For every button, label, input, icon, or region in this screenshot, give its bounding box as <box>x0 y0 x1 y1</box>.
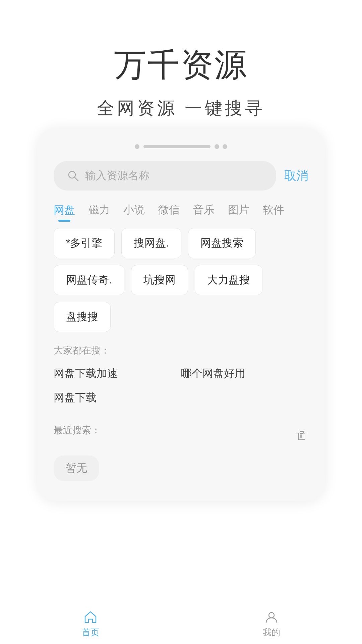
nav-profile[interactable]: 我的 <box>181 610 362 638</box>
engine-multi[interactable]: *多引擎 <box>54 228 115 258</box>
trending-label: 大家都在搜： <box>54 344 308 357</box>
home-icon <box>83 610 98 625</box>
tab-yinyue[interactable]: 音乐 <box>193 203 215 225</box>
status-dot-right <box>223 144 227 149</box>
status-dots-right <box>215 144 227 149</box>
bottom-nav: 首页 我的 <box>0 604 362 644</box>
tab-weixin[interactable]: 微信 <box>158 203 180 225</box>
status-dot-left <box>135 144 139 149</box>
tab-cili[interactable]: 磁力 <box>88 203 110 225</box>
nav-home[interactable]: 首页 <box>0 610 181 638</box>
trending-item-2[interactable]: 网盘下载 <box>54 390 181 405</box>
recent-empty-tag: 暂无 <box>54 455 99 481</box>
engine-wangpansousuo[interactable]: 网盘搜索 <box>188 228 256 258</box>
svg-rect-4 <box>300 431 303 433</box>
user-icon <box>264 610 279 625</box>
trending-items: 网盘下载加速 哪个网盘好用 网盘下载 <box>54 366 308 415</box>
tab-ruanjian[interactable]: 软件 <box>263 203 284 225</box>
engine-wangpanchuanqi[interactable]: 网盘传奇. <box>54 265 124 295</box>
recent-section: 最近搜索： 暂无 <box>37 424 325 481</box>
recent-header: 最近搜索： <box>54 424 308 446</box>
search-placeholder: 输入资源名称 <box>85 168 263 183</box>
tab-active-indicator <box>58 220 70 222</box>
trending-section: 大家都在搜： 网盘下载加速 哪个网盘好用 网盘下载 <box>37 344 325 415</box>
phone-mockup: 输入资源名称 取消 网盘 磁力 小说 微信 音乐 图片 软件 <box>37 127 325 501</box>
status-dot-mid <box>215 144 219 149</box>
hero-subtitle: 全网资源 一键搜寻 <box>0 97 362 120</box>
engine-grid: *多引擎 搜网盘. 网盘搜索 网盘传奇. 坑搜网 大力盘搜 盘搜搜 <box>37 228 325 332</box>
svg-point-8 <box>269 612 274 618</box>
phone-status-bar <box>37 144 325 149</box>
search-bar[interactable]: 输入资源名称 <box>54 161 276 191</box>
status-bar-line <box>143 145 210 148</box>
engine-kengsouwang[interactable]: 坑搜网 <box>131 265 188 295</box>
tab-tupian[interactable]: 图片 <box>228 203 249 225</box>
category-tabs: 网盘 磁力 小说 微信 音乐 图片 软件 <box>37 203 325 225</box>
trending-item-0[interactable]: 网盘下载加速 <box>54 366 181 381</box>
engine-dalipansou[interactable]: 大力盘搜 <box>195 265 262 295</box>
engine-pansousou[interactable]: 盘搜搜 <box>54 302 111 332</box>
tab-xiaoshuo[interactable]: 小说 <box>123 203 145 225</box>
nav-profile-label: 我的 <box>263 627 280 638</box>
trash-icon[interactable] <box>295 428 308 442</box>
nav-home-label: 首页 <box>82 627 99 638</box>
cancel-button[interactable]: 取消 <box>284 168 308 184</box>
svg-line-1 <box>74 177 78 181</box>
hero-title: 万千资源 <box>0 44 362 87</box>
tab-wangpan[interactable]: 网盘 <box>54 203 75 224</box>
trending-item-1[interactable]: 哪个网盘好用 <box>181 366 308 381</box>
search-bar-container: 输入资源名称 取消 <box>37 161 325 191</box>
hero-section: 万千资源 全网资源 一键搜寻 <box>0 0 362 120</box>
engine-souwangpan[interactable]: 搜网盘. <box>121 228 181 258</box>
recent-label: 最近搜索： <box>54 424 101 437</box>
search-icon <box>67 170 79 182</box>
